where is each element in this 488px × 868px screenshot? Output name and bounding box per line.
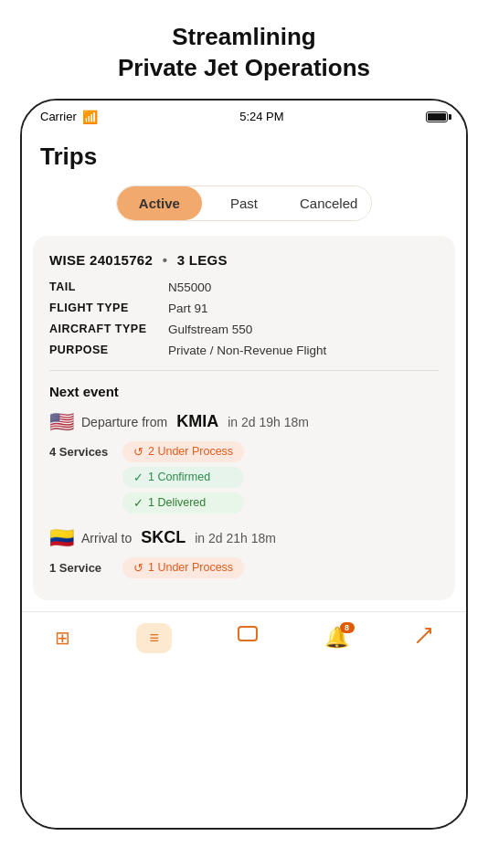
svg-rect-0 <box>239 627 257 640</box>
departure-flag: 🇺🇸 <box>49 410 74 434</box>
phone-frame: Carrier 📶 5:24 PM Trips Active Past Canc… <box>20 99 468 830</box>
arrival-code: SKCL <box>141 528 186 547</box>
arrival-eta: in 2d 21h 18m <box>195 531 276 545</box>
departure-services: 4 Services ↺ 2 Under Process ✓ 1 Confirm… <box>49 441 439 513</box>
detail-purpose: PURPOSE Private / Non-Revenue Flight <box>49 344 439 357</box>
under-process-icon: ↺ <box>133 445 143 459</box>
bottom-nav: ⊞ ≡ 🔔 8 <box>22 611 466 668</box>
arrival-tag-under-process: ↺ 1 Under Process <box>122 557 244 578</box>
detail-flight-type: FLIGHT TYPE Part 91 <box>49 302 439 315</box>
messages-icon <box>238 626 258 650</box>
tab-canceled[interactable]: Canceled <box>286 186 371 220</box>
arrival-services: 1 Service ↺ 1 Under Process <box>49 557 439 578</box>
nav-notifications[interactable]: 🔔 8 <box>324 626 349 650</box>
time-label: 5:24 PM <box>239 110 283 123</box>
arrival-text: Arrival to <box>81 531 132 545</box>
tag-under-process: ↺ 2 Under Process <box>122 441 244 462</box>
profile-icon <box>415 625 433 651</box>
hero-line1: Streamlining <box>172 23 315 50</box>
wifi-icon: 📶 <box>82 110 98 124</box>
tab-past[interactable]: Past <box>202 186 287 220</box>
tag-delivered: ✓ 1 Delivered <box>122 492 244 513</box>
status-left: Carrier 📶 <box>40 110 98 124</box>
delivered-text: 1 Delivered <box>148 496 206 509</box>
departure-text: Departure from <box>81 415 167 429</box>
trip-id: WISE 24015762 <box>49 252 153 268</box>
nav-trips[interactable]: ⊞ <box>55 627 70 649</box>
confirmed-text: 1 Confirmed <box>148 471 210 483</box>
trip-card: WISE 24015762 • 3 LEGS TAIL N55000 FLIGH… <box>33 236 455 600</box>
services-icon: ≡ <box>136 623 172 653</box>
tab-active[interactable]: Active <box>117 186 202 220</box>
under-process-text: 2 Under Process <box>148 445 233 458</box>
notification-badge: 8 <box>340 622 355 633</box>
nav-services[interactable]: ≡ <box>136 623 172 653</box>
carrier-label: Carrier <box>40 110 77 123</box>
arrival-process-text: 1 Under Process <box>148 561 233 574</box>
nav-profile[interactable] <box>415 625 433 651</box>
status-bar: Carrier 📶 5:24 PM <box>22 101 466 128</box>
departure-route: 🇺🇸 Departure from KMIA in 2d 19h 18m <box>49 410 439 434</box>
section-divider <box>49 370 439 371</box>
app-content: Trips Active Past Canceled WISE 24015762… <box>22 128 466 828</box>
battery-icon <box>426 111 448 122</box>
hero-text: Streamlining Private Jet Operations <box>0 0 488 99</box>
trips-icon: ⊞ <box>55 627 70 649</box>
arrival-tags: ↺ 1 Under Process <box>122 557 244 578</box>
arrival-services-label: 1 Service <box>49 557 122 575</box>
nav-messages[interactable] <box>238 626 258 650</box>
delivered-icon: ✓ <box>133 496 143 510</box>
departure-event: 🇺🇸 Departure from KMIA in 2d 19h 18m 4 S… <box>49 410 439 513</box>
departure-code: KMIA <box>176 412 218 431</box>
arrival-process-icon: ↺ <box>133 561 143 575</box>
arrival-route: 🇨🇴 Arrival to SKCL in 2d 21h 18m <box>49 526 439 550</box>
page-title: Trips <box>40 143 448 171</box>
tab-filter: Active Past Canceled <box>116 185 372 221</box>
trip-details: TAIL N55000 FLIGHT TYPE Part 91 AIRCRAFT… <box>49 281 439 357</box>
arrival-event: 🇨🇴 Arrival to SKCL in 2d 21h 18m 1 Servi… <box>49 526 439 600</box>
detail-aircraft-type: AIRCRAFT TYPE Gulfstream 550 <box>49 323 439 336</box>
departure-eta: in 2d 19h 18m <box>228 415 309 429</box>
tag-confirmed: ✓ 1 Confirmed <box>122 467 244 488</box>
trip-header: WISE 24015762 • 3 LEGS <box>49 252 439 268</box>
departure-tags: ↺ 2 Under Process ✓ 1 Confirmed ✓ 1 Deli… <box>122 441 244 513</box>
arrival-flag: 🇨🇴 <box>49 526 74 550</box>
hero-line2: Private Jet Operations <box>118 54 370 81</box>
confirmed-icon: ✓ <box>133 471 143 484</box>
departure-services-label: 4 Services <box>49 441 122 459</box>
detail-tail: TAIL N55000 <box>49 281 439 294</box>
trip-legs: 3 LEGS <box>177 252 228 268</box>
app-header: Trips <box>22 128 466 178</box>
next-event-label: Next event <box>49 384 439 399</box>
